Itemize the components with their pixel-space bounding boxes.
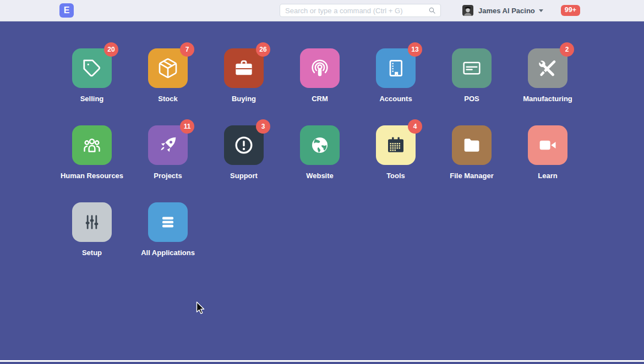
search-icon[interactable] [428,6,436,15]
chevron-down-icon [539,9,543,12]
notification-count-badge: 26 [256,42,270,57]
app-tile-tools[interactable]: 4 Tools [358,125,434,180]
app-tile-manufacturing[interactable]: 2 Manufacturing [510,48,586,103]
app-tile-all-applications[interactable]: All Applications [130,202,206,257]
people-group-icon[interactable] [72,125,112,165]
app-label: Manufacturing [523,95,572,103]
app-logo[interactable]: E [59,3,74,18]
briefcase-icon[interactable]: 26 [224,48,264,88]
tag-icon[interactable]: 20 [72,48,112,88]
app-tile-projects[interactable]: 11 Projects [130,125,206,180]
app-label: Selling [80,95,104,103]
video-camera-icon[interactable] [528,125,567,165]
user-menu[interactable]: James Al Pacino [462,5,543,16]
app-tile-learn[interactable]: Learn [510,125,586,180]
menu-icon[interactable] [148,202,188,242]
notification-count-badge: 20 [104,42,118,57]
broadcast-icon[interactable] [300,48,340,88]
app-label: POS [464,95,479,103]
user-avatar[interactable] [462,5,473,16]
app-tile-file-manager[interactable]: File Manager [434,125,510,180]
globe-icon[interactable] [300,125,340,165]
notification-count-badge: 2 [560,42,574,57]
app-tile-human-resources[interactable]: Human Resources [54,125,130,180]
app-label: Human Resources [61,172,123,180]
calendar-icon[interactable]: 4 [376,125,416,165]
app-label: Accounts [379,95,412,103]
sliders-icon[interactable] [72,202,112,242]
folder-icon[interactable] [452,125,492,165]
notification-count-badge: 13 [408,42,422,57]
notifications-badge[interactable]: 99+ [561,5,580,16]
global-search[interactable] [280,4,441,17]
app-label: Setup [82,249,102,257]
app-label: File Manager [450,172,493,180]
app-tile-support[interactable]: 3 Support [206,125,282,180]
app-tile-crm[interactable]: CRM [282,48,358,103]
search-input[interactable] [285,7,428,15]
notification-count-badge: 4 [408,119,422,134]
top-navbar: E James Al Pacino 99+ [0,0,644,21]
notification-count-badge: 11 [180,119,194,134]
rocket-icon[interactable]: 11 [148,125,188,165]
bottom-edge [0,360,644,362]
app-label: All Applications [141,249,195,257]
alert-circle-icon[interactable]: 3 [224,125,264,165]
app-tile-stock[interactable]: 7 Stock [130,48,206,103]
credit-card-icon[interactable] [452,48,492,88]
app-label: Stock [158,95,177,103]
desk-background: 20 Selling 7 Stock 26 Buying CRM 13 Acco… [0,21,644,362]
app-tile-website[interactable]: Website [282,125,358,180]
app-label: Learn [538,172,557,180]
app-label: Support [230,172,258,180]
app-label: Buying [232,95,256,103]
wrench-screwdriver-icon[interactable]: 2 [528,48,567,88]
app-tile-buying[interactable]: 26 Buying [206,48,282,103]
app-label: Tools [386,172,405,180]
ledger-book-icon[interactable]: 13 [376,48,416,88]
notification-count-badge: 3 [256,119,270,134]
app-label: Projects [154,172,182,180]
app-grid: 20 Selling 7 Stock 26 Buying CRM 13 Acco… [54,21,586,279]
user-name: James Al Pacino [478,7,535,15]
app-label: CRM [312,95,328,103]
navbar-inner: E James Al Pacino 99+ [0,3,644,18]
app-tile-selling[interactable]: 20 Selling [54,48,130,103]
app-label: Website [306,172,334,180]
app-tile-accounts[interactable]: 13 Accounts [358,48,434,103]
mouse-cursor [196,301,206,316]
app-tile-pos[interactable]: POS [434,48,510,103]
notification-count-badge: 7 [180,42,194,57]
app-tile-setup[interactable]: Setup [54,202,130,257]
box-icon[interactable]: 7 [148,48,188,88]
